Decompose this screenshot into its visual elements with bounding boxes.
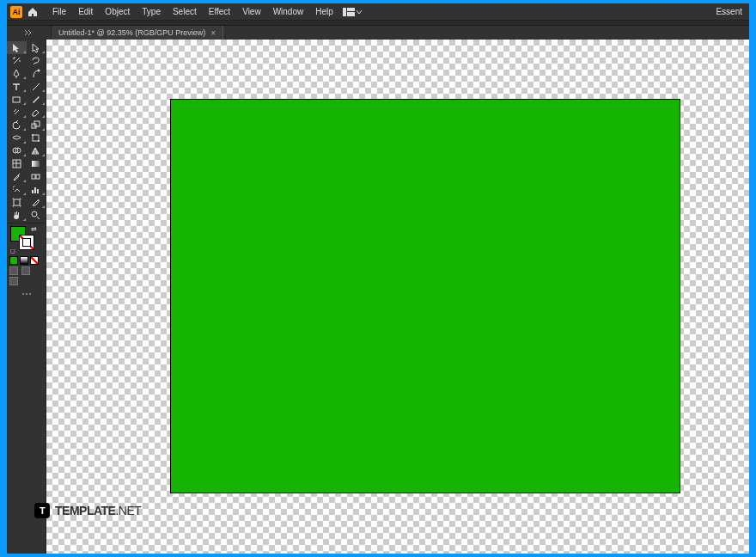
watermark-logo: T — [34, 503, 50, 518]
svg-rect-14 — [32, 174, 35, 179]
document-tab[interactable]: Untitled-1* @ 92.35% (RGB/GPU Preview) × — [52, 26, 223, 40]
tabbar: Untitled-1* @ 92.35% (RGB/GPU Preview) × — [7, 26, 749, 40]
color-mode-row — [7, 255, 46, 266]
artboard-tool[interactable] — [7, 196, 27, 209]
fill-stroke-swatches[interactable]: ⇄ ◻ — [7, 224, 46, 255]
chevron-down-icon — [357, 9, 362, 15]
svg-rect-16 — [32, 190, 34, 193]
paintbrush-tool[interactable] — [27, 93, 46, 106]
watermark: T TEMPLATE.NET — [34, 503, 141, 518]
toolbar: ⇄ ◻ ⋯ — [7, 40, 46, 554]
zoom-tool[interactable] — [27, 209, 46, 222]
screen-mode-row — [7, 276, 46, 286]
menu-file[interactable]: File — [46, 3, 72, 21]
main-area: ⇄ ◻ ⋯ — [7, 40, 749, 554]
svg-rect-17 — [34, 187, 36, 193]
draw-mode-row — [7, 266, 46, 276]
stroke-swatch[interactable] — [19, 235, 34, 250]
svg-point-8 — [32, 134, 34, 136]
double-chevron-icon[interactable] — [25, 30, 34, 35]
perspective-grid-tool[interactable] — [27, 144, 46, 157]
svg-rect-19 — [14, 199, 20, 205]
menu-select[interactable]: Select — [167, 3, 203, 21]
tab-title: Untitled-1* @ 92.35% (RGB/GPU Preview) — [58, 28, 205, 37]
blend-tool[interactable] — [27, 170, 46, 183]
width-tool[interactable] — [7, 132, 27, 144]
svg-point-9 — [38, 140, 40, 142]
app-frame: Ai File Edit Object Type Select Effect V… — [7, 3, 749, 554]
rectangle-tool[interactable] — [7, 93, 27, 106]
svg-point-20 — [32, 211, 37, 217]
workspace-switcher[interactable] — [343, 8, 362, 16]
selection-tool[interactable] — [7, 41, 27, 54]
slice-tool[interactable] — [27, 196, 46, 209]
watermark-text: TEMPLATE.NET — [55, 504, 141, 517]
eraser-tool[interactable] — [27, 106, 46, 119]
draw-behind[interactable] — [21, 266, 30, 275]
svg-rect-15 — [36, 174, 40, 179]
menubar: Ai File Edit Object Type Select Effect V… — [7, 3, 749, 21]
mesh-tool[interactable] — [7, 157, 27, 170]
shape-builder-tool[interactable] — [7, 144, 27, 157]
tab-close-icon[interactable]: × — [210, 28, 216, 38]
menu-view[interactable]: View — [236, 3, 267, 21]
menu-type[interactable]: Type — [136, 3, 167, 21]
layout-icon — [343, 8, 355, 16]
svg-rect-13 — [32, 161, 40, 167]
free-transform-tool[interactable] — [27, 132, 46, 144]
home-icon[interactable] — [26, 5, 40, 19]
color-mode-solid[interactable] — [9, 256, 18, 265]
scale-tool[interactable] — [27, 119, 46, 132]
column-graph-tool[interactable] — [27, 183, 46, 196]
eyedropper-tool[interactable] — [7, 170, 27, 183]
default-fill-stroke-icon[interactable]: ◻ — [10, 248, 15, 254]
shaper-tool[interactable] — [7, 106, 27, 119]
svg-point-3 — [37, 69, 40, 71]
line-tool[interactable] — [27, 80, 46, 93]
lasso-tool[interactable] — [27, 54, 46, 67]
direct-selection-tool[interactable] — [27, 41, 46, 54]
svg-rect-0 — [343, 8, 346, 16]
menu-help[interactable]: Help — [309, 3, 339, 21]
app-logo[interactable]: Ai — [10, 6, 22, 18]
workspace-label[interactable]: Essent — [710, 7, 747, 16]
menu-effect[interactable]: Effect — [203, 3, 236, 21]
swap-fill-stroke-icon[interactable]: ⇄ — [31, 225, 37, 233]
svg-rect-4 — [13, 97, 20, 102]
symbol-sprayer-tool[interactable] — [7, 183, 27, 196]
hand-tool[interactable] — [7, 209, 27, 222]
svg-rect-1 — [347, 8, 355, 11]
svg-rect-2 — [347, 12, 355, 16]
screen-mode[interactable] — [9, 277, 18, 285]
color-mode-none[interactable] — [30, 256, 39, 265]
rotate-tool[interactable] — [7, 119, 27, 132]
svg-rect-18 — [37, 189, 39, 193]
watermark-light: .NET — [115, 504, 141, 517]
canvas[interactable] — [46, 40, 749, 554]
gradient-tool[interactable] — [27, 157, 46, 170]
pen-tool[interactable] — [7, 67, 27, 80]
green-rectangle-shape[interactable] — [170, 99, 680, 493]
curvature-tool[interactable] — [27, 67, 46, 80]
watermark-bold: TEMPLATE — [55, 504, 115, 517]
toolbar-header — [7, 26, 52, 40]
edit-toolbar-icon[interactable]: ⋯ — [7, 286, 46, 302]
magic-wand-tool[interactable] — [7, 54, 27, 67]
menu-window[interactable]: Window — [267, 3, 310, 21]
type-tool[interactable] — [7, 80, 27, 93]
menu-object[interactable]: Object — [99, 3, 136, 21]
draw-normal[interactable] — [9, 266, 18, 275]
svg-rect-7 — [33, 135, 39, 141]
color-mode-gradient[interactable] — [20, 256, 28, 265]
menu-edit[interactable]: Edit — [72, 3, 99, 21]
